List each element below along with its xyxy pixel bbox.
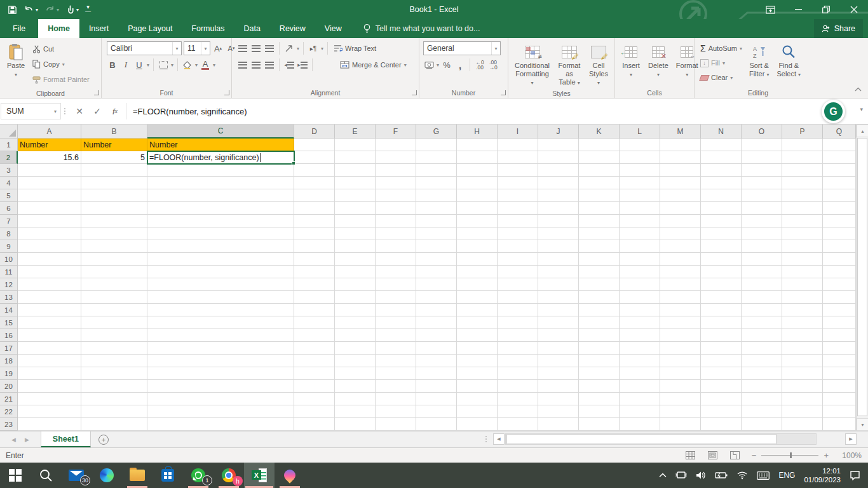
cell-C15[interactable] xyxy=(147,316,294,329)
cell-J18[interactable] xyxy=(538,355,579,367)
row-header-4[interactable]: 4 xyxy=(0,177,18,189)
cell-A21[interactable] xyxy=(18,393,81,405)
cell-F17[interactable] xyxy=(376,342,416,355)
cell-O16[interactable] xyxy=(742,329,782,342)
cell-A12[interactable] xyxy=(18,278,81,291)
cell-F6[interactable] xyxy=(376,202,416,215)
increase-font-size-button[interactable]: A▴ xyxy=(212,41,224,55)
cell-I8[interactable] xyxy=(498,227,538,240)
cell-B21[interactable] xyxy=(81,393,147,405)
cell-O23[interactable] xyxy=(742,418,782,431)
chevron-down-icon[interactable]: ▾ xyxy=(740,46,742,51)
column-header-K[interactable]: K xyxy=(579,125,620,139)
cell-E11[interactable] xyxy=(335,266,376,278)
cell-F7[interactable] xyxy=(376,215,416,227)
cell-P19[interactable] xyxy=(782,367,823,380)
cell-P2[interactable] xyxy=(782,151,823,164)
row-header-17[interactable]: 17 xyxy=(0,342,18,355)
cell-Q4[interactable] xyxy=(823,177,856,189)
cell-F13[interactable] xyxy=(376,291,416,304)
row-header-23[interactable]: 23 xyxy=(0,418,18,431)
scroll-down-button[interactable]: ▼ xyxy=(857,418,868,431)
cell-Q7[interactable] xyxy=(823,215,856,227)
cell-K19[interactable] xyxy=(579,367,620,380)
cell-I15[interactable] xyxy=(498,316,538,329)
cell-C19[interactable] xyxy=(147,367,294,380)
tab-home[interactable]: Home xyxy=(38,19,79,38)
cell-P11[interactable] xyxy=(782,266,823,278)
cell-H22[interactable] xyxy=(457,405,498,418)
vertical-scrollbar[interactable]: ▲ ▼ xyxy=(856,125,868,431)
cell-E3[interactable] xyxy=(335,164,376,177)
cell-L17[interactable] xyxy=(620,342,660,355)
cell-A14[interactable] xyxy=(18,304,81,316)
cell-F5[interactable] xyxy=(376,189,416,202)
cell-P15[interactable] xyxy=(782,316,823,329)
cell-B13[interactable] xyxy=(81,291,147,304)
chevron-down-icon[interactable]: ▾ xyxy=(36,7,38,13)
cell-N23[interactable] xyxy=(701,418,742,431)
cell-N9[interactable] xyxy=(701,240,742,253)
cell-M17[interactable] xyxy=(660,342,701,355)
cell-H10[interactable] xyxy=(457,253,498,266)
cell-M3[interactable] xyxy=(660,164,701,177)
taskbar-whatsapp-button[interactable]: 1 xyxy=(183,463,214,488)
cell-J9[interactable] xyxy=(538,240,579,253)
chevron-down-icon[interactable]: ▾ xyxy=(722,60,725,66)
comma-style-button[interactable]: , xyxy=(454,58,466,72)
cell-B12[interactable] xyxy=(81,278,147,291)
bottom-align-button[interactable] xyxy=(264,41,275,55)
previous-sheet-button[interactable]: ◀ xyxy=(11,437,16,443)
cell-P16[interactable] xyxy=(782,329,823,342)
cell-styles-button[interactable]: 🖉 CellStyles ▾ xyxy=(585,40,612,88)
cell-N8[interactable] xyxy=(701,227,742,240)
cell-A2[interactable]: 15.6 xyxy=(18,151,81,164)
cell-I2[interactable] xyxy=(498,151,538,164)
tray-chevron-up-icon[interactable] xyxy=(659,473,667,478)
align-left-button[interactable] xyxy=(237,58,248,72)
cell-C9[interactable] xyxy=(147,240,294,253)
cell-B2[interactable]: 5 xyxy=(81,151,147,164)
cell-I9[interactable] xyxy=(498,240,538,253)
cell-M8[interactable] xyxy=(660,227,701,240)
cell-P5[interactable] xyxy=(782,189,823,202)
cell-O4[interactable] xyxy=(742,177,782,189)
column-header-M[interactable]: M xyxy=(660,125,701,139)
scroll-up-button[interactable]: ▲ xyxy=(857,125,868,137)
scroll-right-button[interactable]: ▶ xyxy=(845,433,857,445)
cell-N6[interactable] xyxy=(701,202,742,215)
taskbar-paint3d-button[interactable] xyxy=(275,463,305,488)
column-header-H[interactable]: H xyxy=(457,125,498,139)
cell-O5[interactable] xyxy=(742,189,782,202)
cell-C10[interactable] xyxy=(147,253,294,266)
cell-E2[interactable] xyxy=(335,151,376,164)
cell-E1[interactable] xyxy=(335,139,376,151)
cell-K16[interactable] xyxy=(579,329,620,342)
cell-J8[interactable] xyxy=(538,227,579,240)
cell-C5[interactable] xyxy=(147,189,294,202)
cell-Q18[interactable] xyxy=(823,355,856,367)
next-sheet-button[interactable]: ▶ xyxy=(25,437,29,443)
cell-Q14[interactable] xyxy=(823,304,856,316)
cell-D1[interactable] xyxy=(294,139,335,151)
cell-H2[interactable] xyxy=(457,151,498,164)
cell-B11[interactable] xyxy=(81,266,147,278)
cell-I3[interactable] xyxy=(498,164,538,177)
cell-E17[interactable] xyxy=(335,342,376,355)
cell-E20[interactable] xyxy=(335,380,376,393)
cell-L9[interactable] xyxy=(620,240,660,253)
cell-F4[interactable] xyxy=(376,177,416,189)
tab-insert[interactable]: Insert xyxy=(79,19,118,38)
cell-G2[interactable] xyxy=(416,151,457,164)
cell-I19[interactable] xyxy=(498,367,538,380)
cell-B10[interactable] xyxy=(81,253,147,266)
cell-F16[interactable] xyxy=(376,329,416,342)
cell-H1[interactable] xyxy=(457,139,498,151)
cell-O22[interactable] xyxy=(742,405,782,418)
cell-J16[interactable] xyxy=(538,329,579,342)
select-all-button[interactable] xyxy=(0,125,18,139)
cell-E5[interactable] xyxy=(335,189,376,202)
collapse-ribbon-button[interactable] xyxy=(855,83,862,94)
cell-M2[interactable] xyxy=(660,151,701,164)
cell-I16[interactable] xyxy=(498,329,538,342)
